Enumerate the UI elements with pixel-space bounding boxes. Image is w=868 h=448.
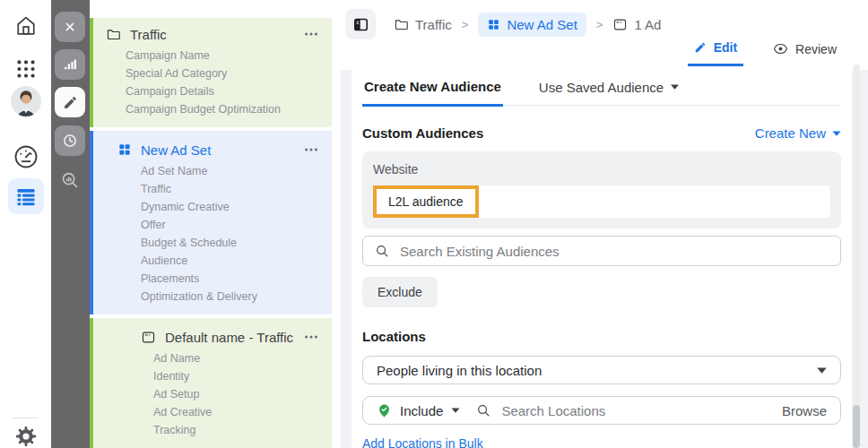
adset-grid-icon bbox=[487, 18, 500, 31]
browse-button[interactable]: Browse bbox=[782, 403, 827, 418]
custom-audiences-header: Custom Audiences Create New bbox=[362, 125, 841, 141]
breadcrumb-campaign[interactable]: Traffic bbox=[394, 17, 452, 32]
chevron-down-icon bbox=[832, 131, 841, 136]
tree-item[interactable]: Campaign Name bbox=[93, 47, 332, 65]
tree-item[interactable]: Identity bbox=[93, 367, 332, 385]
pencil-button[interactable] bbox=[55, 87, 85, 117]
create-new-dropdown[interactable]: Create New bbox=[755, 125, 841, 141]
tab-create-new-audience-label: Create New Audience bbox=[364, 79, 501, 94]
close-button[interactable] bbox=[55, 12, 85, 42]
breadcrumb-separator: > bbox=[462, 18, 469, 31]
tree-ad-items: Ad NameIdentityAd SetupAd CreativeTracki… bbox=[93, 349, 332, 439]
ellipsis-icon[interactable] bbox=[303, 26, 319, 42]
search-icon bbox=[476, 403, 491, 418]
ads-manager-app: Traffic Campaign NameSpecial Ad Category… bbox=[0, 0, 868, 448]
campaign-tree-panel: Traffic Campaign NameSpecial Ad Category… bbox=[89, 0, 332, 448]
scrollbar-thumb[interactable] bbox=[853, 405, 860, 448]
tree-ad-block: Default name - Traffic Ad NameIdentityAd… bbox=[89, 318, 332, 448]
add-locations-in-bulk-link[interactable]: Add Locations in Bulk bbox=[362, 436, 483, 448]
left-rail bbox=[0, 0, 51, 448]
ellipsis-icon[interactable] bbox=[303, 142, 319, 158]
ad-frame-icon bbox=[612, 17, 628, 32]
pencil-icon bbox=[694, 41, 707, 54]
breadcrumb-adset[interactable]: New Ad Set bbox=[478, 13, 586, 37]
location-pin-check-icon bbox=[377, 403, 392, 418]
selected-audience-row[interactable]: L2L audience bbox=[373, 185, 830, 218]
tree-item[interactable]: Campaign Budget Optimization bbox=[93, 100, 332, 118]
tab-review[interactable]: Review bbox=[767, 39, 843, 66]
tab-use-saved-audience-label: Use Saved Audience bbox=[539, 80, 664, 95]
breadcrumb-campaign-label: Traffic bbox=[415, 17, 452, 32]
tab-create-new-audience[interactable]: Create New Audience bbox=[362, 79, 503, 107]
tree-item[interactable]: Campaign Details bbox=[93, 82, 332, 100]
tab-review-label: Review bbox=[795, 42, 837, 56]
breadcrumb-separator: > bbox=[596, 18, 603, 31]
tree-ad-title: Default name - Traffic bbox=[165, 330, 293, 345]
tree-campaign-title: Traffic bbox=[130, 27, 167, 42]
chevron-down-icon bbox=[817, 367, 827, 374]
exclude-button[interactable]: Exclude bbox=[362, 277, 438, 307]
tree-adset-items: Ad Set NameTrafficDynamic CreativeOfferB… bbox=[93, 162, 332, 306]
folder-icon bbox=[106, 27, 121, 42]
tree-campaign-header[interactable]: Traffic bbox=[93, 26, 332, 42]
breadcrumb-ad[interactable]: 1 Ad bbox=[612, 17, 661, 32]
tree-item[interactable]: Ad Setup bbox=[93, 385, 332, 403]
search-locations-input[interactable] bbox=[501, 403, 782, 418]
breadcrumb: Traffic > New Ad Set > 1 Ad bbox=[345, 9, 661, 39]
tree-item[interactable]: Audience bbox=[93, 252, 332, 270]
ellipsis-icon[interactable] bbox=[303, 329, 319, 345]
apps-grid-icon[interactable] bbox=[14, 57, 38, 81]
gear-icon[interactable] bbox=[13, 424, 39, 448]
include-dropdown[interactable]: Include bbox=[400, 403, 443, 418]
tree-item[interactable]: Ad Creative bbox=[93, 403, 332, 421]
tab-edit[interactable]: Edit bbox=[688, 39, 743, 66]
tree-campaign-items: Campaign NameSpecial Ad CategoryCampaign… bbox=[93, 47, 332, 118]
clock-button[interactable] bbox=[55, 125, 85, 156]
tree-item[interactable]: Offer bbox=[93, 216, 332, 234]
profile-avatar[interactable] bbox=[11, 86, 41, 116]
tree-item[interactable]: Special Ad Category bbox=[93, 65, 332, 82]
search-icon bbox=[375, 244, 390, 259]
audience-form-card: Create New Audience Use Saved Audience C… bbox=[352, 70, 852, 448]
view-tabs: Edit Review bbox=[688, 39, 843, 66]
rail-divider bbox=[13, 418, 38, 418]
search-existing-audiences-input[interactable] bbox=[400, 244, 829, 259]
breadcrumb-ad-label: 1 Ad bbox=[634, 17, 661, 32]
tab-edit-label: Edit bbox=[714, 40, 737, 55]
data-table-icon[interactable] bbox=[8, 178, 44, 214]
tree-adset-block: New Ad Set Ad Set NameTrafficDynamic Cre… bbox=[89, 131, 332, 314]
tree-item[interactable]: Dynamic Creative bbox=[93, 198, 332, 216]
tree-item[interactable]: Placements bbox=[93, 270, 332, 288]
create-new-label: Create New bbox=[755, 125, 826, 141]
eye-icon bbox=[773, 42, 788, 56]
tree-item[interactable]: Ad Name bbox=[93, 349, 332, 367]
tree-item[interactable]: Budget & Schedule bbox=[93, 234, 332, 252]
main-header: Traffic > New Ad Set > 1 Ad Edit bbox=[332, 0, 868, 70]
tree-campaign-block: Traffic Campaign NameSpecial Ad Category… bbox=[89, 18, 332, 127]
vertical-scrollbar[interactable] bbox=[853, 65, 860, 448]
home-icon[interactable] bbox=[13, 13, 39, 39]
locations-title: Locations bbox=[362, 329, 841, 344]
website-audience-group: Website L2L audience bbox=[362, 151, 841, 228]
tree-item[interactable]: Traffic bbox=[93, 180, 332, 198]
selected-audience-highlight[interactable]: L2L audience bbox=[373, 185, 479, 218]
edit-toolbar bbox=[51, 0, 90, 448]
chevron-down-icon[interactable] bbox=[451, 408, 460, 413]
location-search-row[interactable]: Include Browse bbox=[362, 396, 841, 425]
breadcrumb-adset-label: New Ad Set bbox=[507, 17, 577, 32]
location-mode-dropdown[interactable]: People living in this location bbox=[362, 356, 841, 384]
bar-chart-button[interactable] bbox=[55, 49, 85, 80]
tree-ad-header[interactable]: Default name - Traffic bbox=[93, 329, 332, 345]
collapse-panel-button[interactable] bbox=[345, 9, 376, 39]
tab-use-saved-audience[interactable]: Use Saved Audience bbox=[537, 79, 681, 105]
zoom-chart-icon[interactable] bbox=[55, 165, 85, 195]
folder-icon bbox=[394, 17, 409, 32]
search-existing-audiences-row[interactable] bbox=[362, 236, 841, 266]
gauge-icon[interactable] bbox=[13, 143, 39, 170]
content-background: Create New Audience Use Saved Audience C… bbox=[341, 70, 868, 448]
tree-item[interactable]: Tracking bbox=[93, 421, 332, 439]
tree-adset-header[interactable]: New Ad Set bbox=[93, 142, 332, 158]
adset-grid-icon bbox=[117, 142, 132, 157]
tree-item[interactable]: Ad Set Name bbox=[93, 162, 332, 180]
tree-item[interactable]: Optimization & Delivery bbox=[93, 288, 332, 306]
